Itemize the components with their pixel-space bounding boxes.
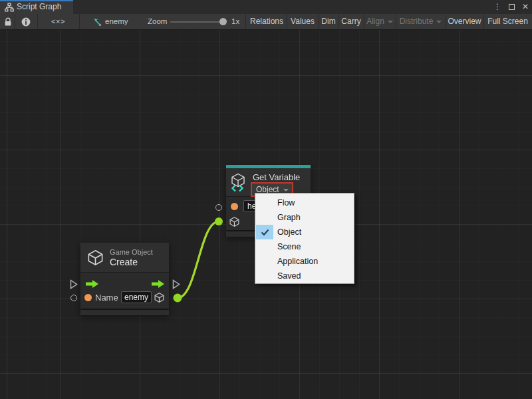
close-icon[interactable]: ✕	[522, 0, 529, 14]
script-graph-window: Script Graph ⋮ ✕ <×>	[0, 0, 532, 399]
menu-item-scene[interactable]: Scene	[255, 239, 354, 254]
dim-button[interactable]: Dim	[319, 14, 338, 29]
zoom-value: 1x	[231, 14, 239, 29]
node-title: Create	[110, 257, 138, 267]
node-title: Get Variable	[253, 172, 300, 182]
menu-item-label: Saved	[277, 271, 301, 281]
distribute-label: Distribute	[400, 17, 434, 26]
name-input-field[interactable]: enemy	[121, 291, 152, 303]
gameobject-port-icon[interactable]	[229, 216, 240, 227]
graph-hierarchy-icon	[5, 3, 14, 12]
carry-button[interactable]: Carry	[338, 14, 364, 29]
zoom-label: Zoom	[148, 14, 167, 29]
menu-item-label: Object	[277, 227, 301, 237]
create-node-footer	[80, 310, 169, 315]
create-node-body: Name enemy	[80, 273, 169, 309]
code-view-icon[interactable]: <×>	[37, 14, 79, 29]
menu-item-label: Flow	[277, 198, 295, 207]
tab-script-graph[interactable]: Script Graph	[0, 0, 73, 14]
flow-in-port[interactable]	[70, 279, 78, 289]
menu-item-flow[interactable]: Flow	[255, 196, 354, 210]
name-port-label: Name	[95, 293, 118, 303]
create-gameobject-node[interactable]: Game Object Create Name enemy	[80, 243, 169, 315]
node-category: Game Object	[110, 248, 153, 256]
variable-kind-menu: Flow Graph Object Scene Application Save…	[255, 193, 354, 284]
gameobject-output-icon[interactable]	[154, 292, 165, 303]
graph-toolbar: <×> enemy Zoom 1x Relations Values Dim C…	[0, 14, 532, 30]
gameobject-cube-icon	[86, 249, 104, 267]
window-menu-icon[interactable]: ⋮	[493, 0, 501, 14]
zoom-slider-knob[interactable]	[219, 18, 227, 25]
fullscreen-button[interactable]: Full Screen	[483, 14, 532, 29]
tab-title: Script Graph	[17, 0, 61, 14]
toolbar-divider	[79, 14, 80, 29]
name-input-port[interactable]	[70, 295, 77, 301]
window-controls: ⋮ ✕	[493, 0, 529, 14]
create-node-header: Game Object Create	[80, 243, 169, 273]
toolbar-divider	[245, 14, 246, 29]
distribute-button: Distribute	[396, 14, 446, 29]
zoom-slider-track[interactable]	[170, 21, 222, 23]
maximize-icon[interactable]	[509, 4, 515, 10]
toolbar-divider	[15, 14, 15, 29]
align-button: Align	[364, 14, 396, 29]
info-icon[interactable]	[21, 17, 31, 27]
values-button[interactable]: Values	[287, 14, 319, 29]
menu-item-label: Application	[277, 257, 318, 266]
graph-name-label: enemy	[105, 14, 128, 29]
relations-button[interactable]: Relations	[247, 14, 287, 29]
menu-item-label: Scene	[277, 242, 301, 251]
flow-out-arrow-icon[interactable]	[151, 279, 165, 289]
graph-canvas[interactable]: Get Variable Object he	[0, 30, 532, 399]
flow-out-port[interactable]	[172, 279, 180, 289]
align-label: Align	[366, 17, 384, 26]
menu-item-graph[interactable]: Graph	[255, 210, 354, 225]
selected-check-highlight	[256, 225, 273, 239]
lock-icon[interactable]	[4, 17, 12, 27]
code-brackets-icon	[231, 184, 243, 192]
tab-bar: Script Graph ⋮ ✕	[0, 0, 532, 14]
menu-item-object[interactable]: Object	[255, 225, 354, 239]
wire-endpoint-output	[174, 294, 182, 303]
menu-item-saved[interactable]: Saved	[255, 269, 354, 283]
caret-down-icon	[388, 21, 393, 23]
caret-down-icon	[283, 189, 289, 192]
menu-item-label: Graph	[277, 213, 301, 222]
overview-button[interactable]: Overview	[446, 14, 483, 29]
string-port-dot[interactable]	[84, 294, 92, 301]
menu-item-application[interactable]: Application	[255, 254, 354, 269]
caret-down-icon	[436, 21, 442, 23]
flow-in-arrow-icon[interactable]	[85, 279, 99, 289]
wire-endpoint-input	[215, 217, 223, 225]
check-icon	[261, 229, 269, 236]
get-variable-name-port[interactable]	[215, 204, 222, 211]
graph-asset-icon	[92, 17, 102, 27]
string-port-dot[interactable]	[231, 203, 238, 210]
